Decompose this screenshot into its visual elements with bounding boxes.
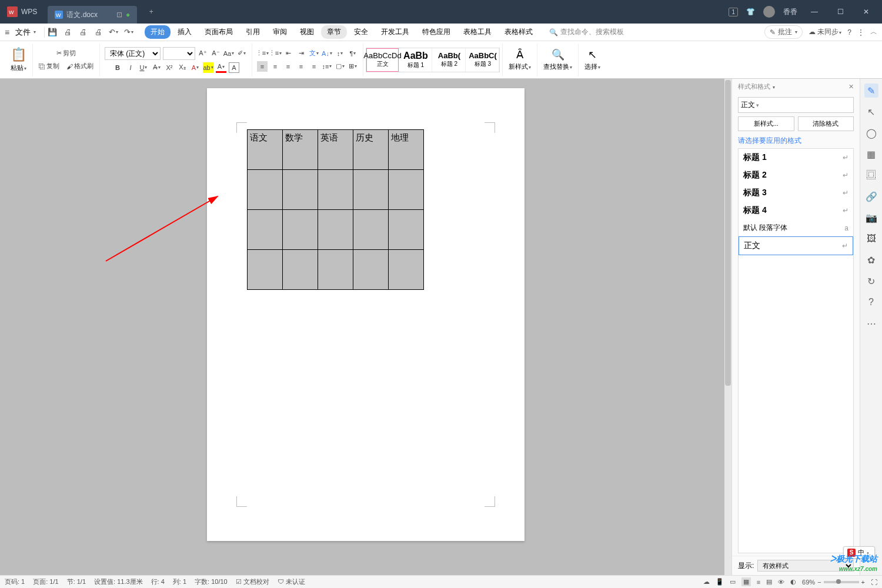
tab-table-tools[interactable]: 表格工具 bbox=[457, 25, 497, 39]
change-case-icon[interactable]: Aa▾ bbox=[223, 48, 234, 59]
select-button[interactable]: ↖选择▾ bbox=[582, 48, 603, 71]
view-outline-icon[interactable]: ▤ bbox=[766, 578, 772, 586]
text-effect-icon[interactable]: A▾ bbox=[190, 62, 201, 73]
list-item[interactable]: 标题 3↵ bbox=[739, 184, 853, 202]
wps-logo[interactable]: W WPS bbox=[0, 6, 44, 17]
numbering-icon[interactable]: ⋮≡▾ bbox=[270, 48, 280, 59]
show-marks-icon[interactable]: ¶▾ bbox=[348, 48, 358, 59]
list-item[interactable]: 默认 段落字体a bbox=[739, 219, 853, 236]
save-icon[interactable]: 💾 bbox=[47, 27, 58, 38]
table-cell[interactable]: 语文 bbox=[248, 130, 283, 170]
new-tab-button[interactable]: + bbox=[144, 5, 158, 19]
bold-icon[interactable]: B bbox=[112, 62, 123, 73]
file-menu[interactable]: 文件▾ bbox=[12, 27, 39, 38]
tab-view[interactable]: 视图 bbox=[294, 25, 320, 39]
style-gallery[interactable]: AaBbCcDd正文 AaBb标题 1 AaBb(标题 2 AaBbC(标题 3 bbox=[366, 48, 500, 72]
line-spacing-icon[interactable]: ↕≡▾ bbox=[322, 61, 332, 72]
status-auth[interactable]: 🛡 未认证 bbox=[278, 577, 305, 586]
list-item[interactable]: 标题 2↵ bbox=[739, 166, 853, 184]
strike-icon[interactable]: A̶▾ bbox=[151, 62, 162, 73]
font-name-select[interactable]: 宋体 (正文) bbox=[105, 47, 161, 60]
hamburger-icon[interactable]: ≡ bbox=[5, 28, 9, 37]
decrease-indent-icon[interactable]: ⇤ bbox=[283, 48, 293, 59]
find-replace-button[interactable]: 🔍查找替换▾ bbox=[541, 48, 574, 71]
subscript-icon[interactable]: X₂ bbox=[177, 62, 188, 73]
text-direction-icon[interactable]: 文▾ bbox=[309, 48, 319, 59]
annotate-button[interactable]: ✎ 批注▾ bbox=[764, 25, 803, 39]
style-h3[interactable]: AaBbC(标题 3 bbox=[467, 48, 499, 72]
cursor-icon[interactable]: ↖ bbox=[864, 105, 878, 119]
table-cell[interactable]: 地理 bbox=[389, 130, 424, 170]
paste-button[interactable]: 📋 粘贴▾ bbox=[8, 47, 29, 72]
italic-icon[interactable]: I bbox=[125, 62, 136, 73]
tab-reference[interactable]: 引用 bbox=[240, 25, 266, 39]
tab-insert[interactable]: 插入 bbox=[172, 25, 198, 39]
image-icon[interactable]: 🖼 bbox=[864, 232, 878, 246]
format-painter-button[interactable]: 🖌 格式刷 bbox=[64, 61, 96, 72]
view-read-icon[interactable]: 👁 bbox=[778, 579, 784, 586]
page[interactable]: 语文 数学 英语 历史 地理 bbox=[207, 88, 524, 541]
align-right-icon[interactable]: ≡ bbox=[283, 61, 293, 72]
align-left-icon[interactable]: ≡ bbox=[257, 61, 268, 72]
shape-icon[interactable]: ◯ bbox=[864, 126, 878, 140]
collapse-ribbon-icon[interactable]: ︿ bbox=[870, 27, 877, 37]
command-search[interactable]: 🔍 查找命令、搜索模板 bbox=[549, 27, 624, 37]
increase-indent-icon[interactable]: ⇥ bbox=[296, 48, 306, 59]
user-avatar[interactable] bbox=[763, 6, 775, 18]
tab-start[interactable]: 开始 bbox=[145, 25, 171, 39]
style-normal[interactable]: AaBbCcDd正文 bbox=[366, 48, 399, 72]
minimize-button[interactable]: — bbox=[806, 3, 823, 21]
table-cell[interactable]: 英语 bbox=[318, 130, 353, 170]
tab-review[interactable]: 审阅 bbox=[267, 25, 293, 39]
redo-icon[interactable]: ↷▾ bbox=[123, 27, 134, 38]
view-print-icon[interactable]: ▦ bbox=[741, 577, 751, 586]
align-center-icon[interactable]: ≡ bbox=[270, 61, 280, 72]
distribute-icon[interactable]: ≡ bbox=[309, 61, 319, 72]
shading-icon[interactable]: ▢▾ bbox=[335, 61, 345, 72]
history-icon[interactable]: ↻ bbox=[864, 274, 878, 288]
skin-icon[interactable]: 👕 bbox=[746, 8, 755, 16]
sort-icon[interactable]: A↓▾ bbox=[322, 48, 332, 59]
document-table[interactable]: 语文 数学 英语 历史 地理 bbox=[247, 129, 424, 290]
panel-close-icon[interactable]: ✕ bbox=[848, 83, 854, 91]
list-item[interactable]: 标题 1↵ bbox=[739, 149, 853, 166]
cut-button[interactable]: ✂ 剪切 bbox=[54, 48, 78, 59]
view-page-icon[interactable]: ▭ bbox=[730, 578, 736, 586]
tab-feature[interactable]: 特色应用 bbox=[416, 25, 456, 39]
camera-icon[interactable]: 📷 bbox=[864, 211, 878, 225]
vertical-scrollbar[interactable] bbox=[724, 79, 731, 575]
grow-font-icon[interactable]: A⁺ bbox=[198, 48, 208, 59]
status-page[interactable]: 页面: 1/1 bbox=[33, 577, 58, 586]
table-cell[interactable]: 历史 bbox=[353, 130, 389, 170]
print-preview-icon[interactable]: 🖨 bbox=[78, 27, 88, 38]
align-justify-icon[interactable]: ≡ bbox=[296, 61, 306, 72]
sync-button[interactable]: ☁ 未同步▾ bbox=[808, 27, 841, 37]
zoom-in-icon[interactable]: + bbox=[861, 579, 865, 586]
document-tab[interactable]: W 语文.docx ⊡ ● bbox=[48, 6, 137, 24]
zoom-out-icon[interactable]: − bbox=[817, 579, 821, 586]
shrink-font-icon[interactable]: A⁻ bbox=[211, 48, 221, 59]
help-icon[interactable]: ? bbox=[847, 28, 851, 36]
layout-icon[interactable]: ⿴ bbox=[864, 168, 878, 182]
bullets-icon[interactable]: ⋮≡▾ bbox=[257, 48, 268, 59]
char-border-icon[interactable]: A bbox=[229, 62, 239, 73]
tab-table-style[interactable]: 表格样式 bbox=[499, 25, 539, 39]
list-item[interactable]: 标题 4↵ bbox=[739, 202, 853, 219]
more-icon[interactable]: ⋮ bbox=[857, 28, 864, 36]
underline-icon[interactable]: U▾ bbox=[138, 62, 149, 73]
fullscreen-icon[interactable]: ⛶ bbox=[871, 579, 877, 586]
view-web-icon[interactable]: ≡ bbox=[757, 579, 760, 586]
print-icon[interactable]: 🖨 bbox=[93, 27, 103, 38]
tab-security[interactable]: 安全 bbox=[348, 25, 374, 39]
status-pageno[interactable]: 页码: 1 bbox=[5, 577, 25, 586]
view-phone-icon[interactable]: 📱 bbox=[716, 578, 724, 586]
view-focus-icon[interactable]: ◐ bbox=[790, 578, 796, 586]
view-cloud-icon[interactable]: ☁ bbox=[703, 578, 710, 586]
close-button[interactable]: ✕ bbox=[857, 3, 875, 21]
zoom-control[interactable]: 69% − + bbox=[802, 579, 865, 586]
borders-icon[interactable]: ⊞▾ bbox=[348, 61, 358, 72]
help-strip-icon[interactable]: ? bbox=[864, 295, 878, 309]
tab-section[interactable]: 章节 bbox=[321, 25, 347, 39]
new-style-button[interactable]: Ȃ新样式▾ bbox=[506, 48, 533, 71]
para-spacing-top-icon[interactable]: ↕▾ bbox=[335, 48, 345, 59]
